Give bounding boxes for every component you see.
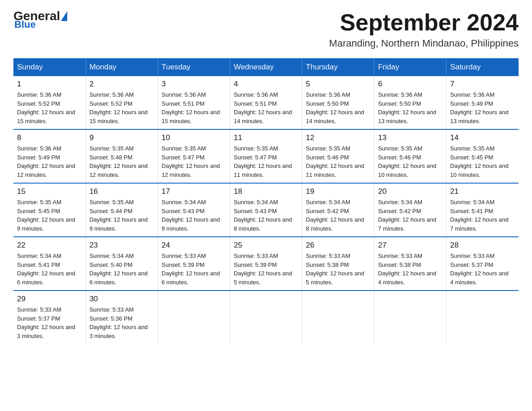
day-number: 15 [17, 187, 82, 196]
day-number: 18 [234, 187, 298, 196]
day-number: 4 [234, 80, 298, 89]
day-info: Sunrise: 5:36 AM Sunset: 5:52 PM Dayligh… [17, 90, 82, 125]
calendar-day-cell: 22 Sunrise: 5:34 AM Sunset: 5:41 PM Dayl… [13, 237, 86, 291]
day-number: 5 [306, 80, 370, 89]
calendar-day-cell: 25 Sunrise: 5:33 AM Sunset: 5:39 PM Dayl… [230, 237, 302, 291]
calendar-day-cell: 18 Sunrise: 5:34 AM Sunset: 5:43 PM Dayl… [230, 183, 302, 237]
calendar-week-row: 22 Sunrise: 5:34 AM Sunset: 5:41 PM Dayl… [13, 237, 519, 291]
calendar-day-cell: 3 Sunrise: 5:36 AM Sunset: 5:51 PM Dayli… [158, 76, 230, 129]
calendar-day-cell: 16 Sunrise: 5:35 AM Sunset: 5:44 PM Dayl… [86, 183, 158, 237]
day-info: Sunrise: 5:36 AM Sunset: 5:50 PM Dayligh… [306, 90, 370, 125]
day-info: Sunrise: 5:34 AM Sunset: 5:42 PM Dayligh… [306, 198, 370, 233]
day-number: 10 [162, 133, 226, 142]
day-number: 7 [450, 80, 515, 89]
day-info: Sunrise: 5:33 AM Sunset: 5:37 PM Dayligh… [450, 252, 515, 287]
calendar-day-cell: 6 Sunrise: 5:36 AM Sunset: 5:50 PM Dayli… [374, 76, 446, 129]
day-number: 1 [17, 80, 82, 89]
day-number: 14 [450, 133, 515, 142]
calendar-day-cell [158, 291, 230, 344]
day-number: 13 [378, 133, 442, 142]
day-number: 25 [234, 241, 298, 250]
header-thursday: Thursday [302, 58, 374, 76]
day-number: 23 [90, 241, 154, 250]
day-info: Sunrise: 5:33 AM Sunset: 5:37 PM Dayligh… [17, 305, 82, 340]
calendar-day-cell: 5 Sunrise: 5:36 AM Sunset: 5:50 PM Dayli… [302, 76, 374, 129]
day-number: 9 [90, 133, 154, 142]
header-friday: Friday [374, 58, 446, 76]
day-number: 24 [162, 241, 226, 250]
day-number: 16 [90, 187, 154, 196]
logo: General Blue [13, 9, 68, 30]
calendar-day-cell: 1 Sunrise: 5:36 AM Sunset: 5:52 PM Dayli… [13, 76, 86, 129]
day-number: 27 [378, 241, 442, 250]
day-info: Sunrise: 5:33 AM Sunset: 5:39 PM Dayligh… [234, 252, 298, 287]
logo-triangle-icon [61, 11, 67, 21]
day-info: Sunrise: 5:36 AM Sunset: 5:49 PM Dayligh… [450, 90, 515, 125]
calendar-day-cell: 23 Sunrise: 5:34 AM Sunset: 5:40 PM Dayl… [86, 237, 158, 291]
day-number: 2 [90, 80, 154, 89]
calendar-day-cell: 24 Sunrise: 5:33 AM Sunset: 5:39 PM Dayl… [158, 237, 230, 291]
calendar-day-cell: 21 Sunrise: 5:34 AM Sunset: 5:41 PM Dayl… [446, 183, 519, 237]
day-info: Sunrise: 5:34 AM Sunset: 5:42 PM Dayligh… [378, 198, 442, 233]
day-number: 8 [17, 133, 82, 142]
calendar-day-cell: 29 Sunrise: 5:33 AM Sunset: 5:37 PM Dayl… [13, 291, 86, 344]
calendar-day-cell: 14 Sunrise: 5:35 AM Sunset: 5:45 PM Dayl… [446, 129, 519, 183]
calendar-day-cell: 30 Sunrise: 5:33 AM Sunset: 5:36 PM Dayl… [86, 291, 158, 344]
calendar-day-cell [374, 291, 446, 344]
calendar-day-cell: 27 Sunrise: 5:33 AM Sunset: 5:38 PM Dayl… [374, 237, 446, 291]
calendar-day-cell: 28 Sunrise: 5:33 AM Sunset: 5:37 PM Dayl… [446, 237, 519, 291]
day-info: Sunrise: 5:35 AM Sunset: 5:45 PM Dayligh… [17, 198, 82, 233]
month-title: September 2024 [329, 9, 519, 36]
day-info: Sunrise: 5:34 AM Sunset: 5:41 PM Dayligh… [17, 252, 82, 287]
header-saturday: Saturday [446, 58, 519, 76]
calendar-day-cell: 2 Sunrise: 5:36 AM Sunset: 5:52 PM Dayli… [86, 76, 158, 129]
header-monday: Monday [86, 58, 158, 76]
day-number: 11 [234, 133, 298, 142]
title-area: September 2024 Maranding, Northern Minda… [329, 9, 519, 49]
weekday-header-row: Sunday Monday Tuesday Wednesday Thursday… [13, 58, 519, 76]
calendar-day-cell: 20 Sunrise: 5:34 AM Sunset: 5:42 PM Dayl… [374, 183, 446, 237]
calendar-day-cell: 7 Sunrise: 5:36 AM Sunset: 5:49 PM Dayli… [446, 76, 519, 129]
calendar-day-cell: 11 Sunrise: 5:35 AM Sunset: 5:47 PM Dayl… [230, 129, 302, 183]
day-number: 20 [378, 187, 442, 196]
day-info: Sunrise: 5:35 AM Sunset: 5:47 PM Dayligh… [234, 144, 298, 179]
day-number: 28 [450, 241, 515, 250]
calendar-day-cell [302, 291, 374, 344]
day-info: Sunrise: 5:33 AM Sunset: 5:38 PM Dayligh… [378, 252, 442, 287]
calendar-day-cell: 13 Sunrise: 5:35 AM Sunset: 5:46 PM Dayl… [374, 129, 446, 183]
day-number: 21 [450, 187, 515, 196]
calendar-day-cell: 19 Sunrise: 5:34 AM Sunset: 5:42 PM Dayl… [302, 183, 374, 237]
day-info: Sunrise: 5:33 AM Sunset: 5:39 PM Dayligh… [162, 252, 226, 287]
calendar-day-cell: 4 Sunrise: 5:36 AM Sunset: 5:51 PM Dayli… [230, 76, 302, 129]
logo-blue-underline: Blue [14, 19, 36, 30]
calendar-day-cell: 12 Sunrise: 5:35 AM Sunset: 5:46 PM Dayl… [302, 129, 374, 183]
day-info: Sunrise: 5:35 AM Sunset: 5:47 PM Dayligh… [162, 144, 226, 179]
calendar-table: Sunday Monday Tuesday Wednesday Thursday… [13, 58, 519, 344]
calendar-day-cell: 17 Sunrise: 5:34 AM Sunset: 5:43 PM Dayl… [158, 183, 230, 237]
day-info: Sunrise: 5:34 AM Sunset: 5:43 PM Dayligh… [162, 198, 226, 233]
day-info: Sunrise: 5:36 AM Sunset: 5:51 PM Dayligh… [234, 90, 298, 125]
header-wednesday: Wednesday [230, 58, 302, 76]
calendar-week-row: 8 Sunrise: 5:36 AM Sunset: 5:49 PM Dayli… [13, 129, 519, 183]
header-tuesday: Tuesday [158, 58, 230, 76]
calendar-day-cell: 9 Sunrise: 5:35 AM Sunset: 5:48 PM Dayli… [86, 129, 158, 183]
day-number: 30 [90, 295, 154, 304]
calendar-week-row: 1 Sunrise: 5:36 AM Sunset: 5:52 PM Dayli… [13, 76, 519, 129]
calendar-day-cell [230, 291, 302, 344]
day-number: 6 [378, 80, 442, 89]
header: General Blue September 2024 Maranding, N… [13, 9, 519, 49]
day-number: 22 [17, 241, 82, 250]
day-info: Sunrise: 5:34 AM Sunset: 5:40 PM Dayligh… [90, 252, 154, 287]
day-number: 26 [306, 241, 370, 250]
day-info: Sunrise: 5:35 AM Sunset: 5:45 PM Dayligh… [450, 144, 515, 179]
location-title: Maranding, Northern Mindanao, Philippine… [329, 38, 519, 49]
day-info: Sunrise: 5:35 AM Sunset: 5:46 PM Dayligh… [306, 144, 370, 179]
calendar-day-cell [446, 291, 519, 344]
day-number: 29 [17, 295, 82, 304]
day-info: Sunrise: 5:34 AM Sunset: 5:41 PM Dayligh… [450, 198, 515, 233]
day-info: Sunrise: 5:34 AM Sunset: 5:43 PM Dayligh… [234, 198, 298, 233]
day-info: Sunrise: 5:36 AM Sunset: 5:51 PM Dayligh… [162, 90, 226, 125]
calendar-day-cell: 8 Sunrise: 5:36 AM Sunset: 5:49 PM Dayli… [13, 129, 86, 183]
day-info: Sunrise: 5:36 AM Sunset: 5:49 PM Dayligh… [17, 144, 82, 179]
calendar-day-cell: 10 Sunrise: 5:35 AM Sunset: 5:47 PM Dayl… [158, 129, 230, 183]
